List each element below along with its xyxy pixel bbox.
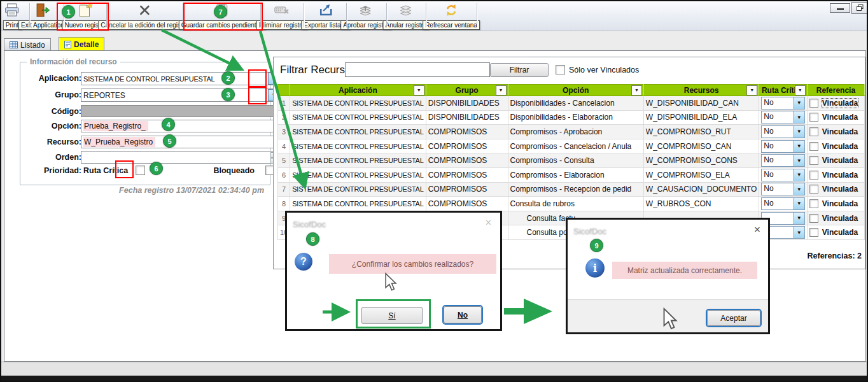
tab-listado[interactable]: Listado — [4, 38, 51, 51]
table-row[interactable]: 7SISTEMA DE CONTROL PRESUPUESTALCOMPROMI… — [278, 182, 865, 197]
restore-button[interactable] — [851, 2, 868, 14]
table-row[interactable]: 8SISTEMA DE CONTROL PRESUPUESTALCOMPROMI… — [278, 197, 865, 211]
column-filter-icon[interactable]: ▼ — [631, 85, 642, 96]
chevron-down-icon[interactable]: ▼ — [794, 111, 804, 123]
table-row[interactable]: 3SISTEMA DE CONTROL PRESUPUESTALCOMPROMI… — [278, 125, 865, 139]
ruta-critica-combo[interactable]: No▼ — [761, 183, 805, 195]
toolbar-button-label: Guardar cambios pendientes — [179, 20, 265, 30]
tab-bar: Listado Detalle — [1, 31, 867, 50]
column-header-label: Referencia — [816, 86, 855, 95]
restore-icon — [857, 4, 864, 11]
ruta-critica-combo[interactable]: No▼ — [761, 197, 805, 210]
referencia-label: Vinculada — [822, 214, 858, 223]
cell-referencia: Vinculada — [807, 125, 864, 139]
referencia-checkbox[interactable] — [809, 171, 818, 180]
referencia-checkbox[interactable] — [809, 214, 818, 223]
chevron-down-icon[interactable]: ▼ — [794, 213, 804, 224]
cell-ruta-critica: No▼ — [759, 167, 808, 182]
annotation-step-2: 2 — [221, 71, 235, 85]
column-header-label: Recursos — [684, 86, 719, 95]
bloqueado-label: Bloqueado — [204, 166, 255, 175]
chevron-down-icon[interactable]: ▼ — [794, 126, 804, 138]
chevron-down-icon[interactable]: ▼ — [794, 141, 804, 152]
ruta-critica-combo[interactable]: No▼ — [761, 125, 805, 138]
toolbar-button-eliminar-registro[interactable]: Eliminar registro — [256, 2, 307, 30]
grupo-value: REPORTES — [83, 91, 125, 100]
close-icon[interactable]: × — [486, 218, 491, 228]
row-number: 5 — [278, 153, 290, 168]
codigo-label: Código: — [29, 107, 81, 116]
filter-input[interactable] — [345, 62, 490, 77]
opcion-value: Prueba_Registro_ — [83, 121, 148, 131]
filter-button[interactable]: Filtrar — [490, 63, 549, 77]
referencia-checkbox[interactable] — [809, 99, 818, 108]
cell-grupo: COMPROMISOS — [426, 182, 508, 197]
table-row[interactable]: 6SISTEMA DE CONTROL PRESUPUESTALCOMPROMI… — [278, 167, 865, 182]
chevron-down-icon[interactable]: ▼ — [794, 227, 804, 238]
toolbar-button-label: Eliminar registro — [256, 20, 307, 30]
toolbar-button-refrescar-ventana[interactable]: Refrescar ventana — [423, 2, 480, 30]
referencia-checkbox[interactable] — [809, 127, 818, 136]
toolbar-separator — [304, 3, 305, 27]
referencia-checkbox[interactable] — [809, 156, 818, 165]
referencia-checkbox[interactable] — [809, 185, 818, 194]
opcion-field[interactable]: Prueba_Registro_ — [81, 120, 280, 132]
annotation-step-5: 5 — [163, 134, 176, 148]
toolbar-button-exit-application[interactable]: Exit Application — [18, 2, 67, 30]
chevron-down-icon[interactable]: ▼ — [794, 169, 804, 181]
column-filter-icon[interactable]: ▼ — [496, 85, 507, 96]
tab-detalle[interactable]: Detalle — [59, 37, 104, 51]
column-header-label: Opción — [563, 86, 589, 95]
minimize-button[interactable] — [830, 3, 850, 13]
referencia-checkbox[interactable] — [809, 199, 818, 208]
column-filter-icon[interactable]: ▼ — [746, 85, 757, 96]
cell-opcion: Compromisos - Aprobacion — [508, 125, 643, 139]
cell-referencia: Vinculada — [807, 96, 864, 111]
chevron-down-icon[interactable]: ▼ — [794, 97, 804, 109]
aplicacion-combo[interactable]: SISTEMA DE CONTROL PRESUPUESTAL — [81, 72, 280, 85]
cell-ruta-critica: No▼ — [759, 110, 808, 125]
table-row[interactable]: 4SISTEMA DE CONTROL PRESUPUESTALCOMPROMI… — [278, 139, 865, 153]
table-row[interactable]: 5SISTEMA DE CONTROL PRESUPUESTALCOMPROMI… — [278, 153, 865, 168]
cell-referencia: Vinculada — [807, 153, 864, 168]
close-icon[interactable]: × — [754, 225, 760, 235]
referencia-checkbox[interactable] — [809, 113, 818, 122]
ruta-critica-combo[interactable]: No▼ — [761, 169, 805, 181]
table-row[interactable]: 1SISTEMA DE CONTROL PRESUPUESTALDISPONIB… — [278, 96, 865, 111]
referencia-checkbox[interactable] — [809, 228, 818, 237]
ruta-critica-combo[interactable]: No▼ — [761, 97, 805, 110]
chevron-down-icon[interactable]: ▼ — [794, 183, 804, 195]
cell-referencia: Vinculada — [807, 110, 864, 125]
detail-doc-icon — [64, 41, 71, 48]
row-number: 7 — [278, 182, 290, 197]
only-linked-checkbox[interactable] — [556, 65, 565, 74]
taskbar-strip — [1, 376, 867, 381]
column-filter-icon[interactable]: ▼ — [795, 85, 806, 96]
refresh-icon — [423, 2, 480, 18]
no-button[interactable]: No — [444, 306, 482, 323]
accept-button[interactable]: Aceptar — [707, 310, 760, 326]
cell-aplicacion: SISTEMA DE CONTROL PRESUPUESTAL — [290, 153, 426, 168]
ruta-critica-combo[interactable]: No▼ — [761, 154, 805, 167]
groupbox-title: Información del recurso — [27, 57, 120, 66]
accept-button-label: Aceptar — [720, 314, 746, 323]
recurso-field[interactable]: W_Prueba_Registro — [81, 136, 280, 148]
cell-grupo: COMPROMISOS — [426, 167, 508, 182]
ruta-critica-combo[interactable]: No▼ — [761, 111, 805, 124]
chevron-down-icon[interactable]: ▼ — [794, 155, 804, 166]
column-header-recursos: Recursos▼ — [643, 85, 759, 96]
column-filter-icon[interactable]: ▼ — [414, 85, 424, 96]
recurso-value: W_Prueba_Registro — [83, 137, 155, 147]
ruta-critica-combo[interactable]: No▼ — [761, 140, 805, 153]
cell-grupo: COMPROMISOS — [426, 125, 508, 139]
ruta-critica-checkbox[interactable] — [136, 166, 145, 175]
chevron-down-icon[interactable]: ▼ — [794, 198, 804, 209]
orden-field[interactable]: ▲ ▼ — [81, 151, 280, 164]
cell-recursos: W_DISPONIBILIDAD_CAN — [643, 96, 759, 111]
grupo-combo[interactable]: REPORTES — [81, 88, 280, 102]
yes-button[interactable]: Sí — [361, 307, 423, 324]
toolbar-button-cancelar-la-edici-n-del-registro[interactable]: Cancelar la edición del registro — [98, 2, 190, 30]
table-row[interactable]: 2SISTEMA DE CONTROL PRESUPUESTALDISPONIB… — [278, 110, 865, 125]
referencia-checkbox[interactable] — [809, 142, 818, 151]
referencia-label: Vinculada — [822, 185, 858, 194]
